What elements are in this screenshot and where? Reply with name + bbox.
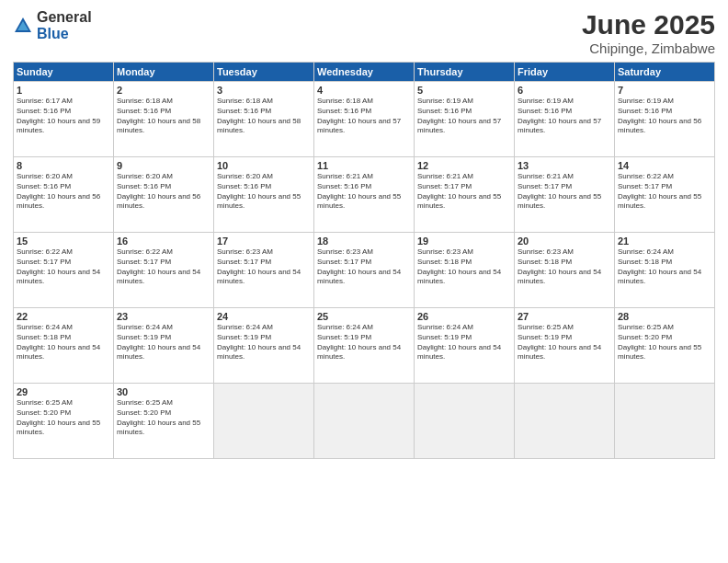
calendar-cell: 3 Sunrise: 6:18 AMSunset: 5:16 PMDayligh… (214, 82, 314, 157)
day-number: 17 (217, 236, 311, 247)
col-wednesday: Wednesday (314, 63, 415, 82)
logo-text: General Blue (37, 9, 92, 42)
day-info: Sunrise: 6:17 AMSunset: 5:16 PMDaylight:… (17, 97, 110, 136)
day-info: Sunrise: 6:25 AMSunset: 5:20 PMDaylight:… (17, 398, 110, 438)
table-row: 29 Sunrise: 6:25 AMSunset: 5:20 PMDaylig… (14, 384, 715, 459)
day-info: Sunrise: 6:24 AMSunset: 5:19 PMDaylight:… (217, 323, 311, 362)
col-sunday: Sunday (14, 63, 114, 82)
day-info: Sunrise: 6:18 AMSunset: 5:16 PMDaylight:… (317, 97, 411, 136)
day-info: Sunrise: 6:19 AMSunset: 5:16 PMDaylight:… (518, 97, 611, 136)
calendar-cell: 7 Sunrise: 6:19 AMSunset: 5:16 PMDayligh… (615, 82, 715, 157)
day-number: 21 (618, 236, 711, 247)
calendar-cell: 2 Sunrise: 6:18 AMSunset: 5:16 PMDayligh… (114, 82, 214, 157)
day-info: Sunrise: 6:20 AMSunset: 5:16 PMDaylight:… (117, 172, 210, 212)
day-info: Sunrise: 6:22 AMSunset: 5:17 PMDaylight:… (17, 247, 110, 287)
calendar-body: 1 Sunrise: 6:17 AMSunset: 5:16 PMDayligh… (14, 82, 715, 459)
day-number: 9 (117, 160, 210, 171)
location-title: Chipinge, Zimbabwe (582, 40, 715, 56)
logo-icon (13, 16, 33, 36)
day-info: Sunrise: 6:22 AMSunset: 5:17 PMDaylight:… (618, 172, 711, 212)
day-number: 28 (618, 311, 711, 322)
day-info: Sunrise: 6:22 AMSunset: 5:17 PMDaylight:… (117, 247, 210, 287)
logo: General Blue (13, 9, 92, 42)
table-row: 15 Sunrise: 6:22 AMSunset: 5:17 PMDaylig… (14, 233, 715, 308)
table-row: 22 Sunrise: 6:24 AMSunset: 5:18 PMDaylig… (14, 308, 715, 384)
day-number: 2 (117, 85, 210, 96)
day-number: 10 (217, 160, 311, 171)
day-number: 6 (518, 85, 611, 96)
day-number: 22 (17, 311, 110, 322)
day-info: Sunrise: 6:18 AMSunset: 5:16 PMDaylight:… (117, 97, 210, 136)
day-info: Sunrise: 6:23 AMSunset: 5:17 PMDaylight:… (317, 247, 411, 287)
calendar-cell: 11 Sunrise: 6:21 AMSunset: 5:16 PMDaylig… (314, 157, 415, 233)
page: General Blue June 2025 Chipinge, Zimbabw… (0, 0, 728, 563)
month-title: June 2025 (582, 9, 715, 40)
day-info: Sunrise: 6:24 AMSunset: 5:18 PMDaylight:… (17, 323, 110, 362)
day-info: Sunrise: 6:21 AMSunset: 5:17 PMDaylight:… (518, 172, 611, 212)
calendar-cell: 13 Sunrise: 6:21 AMSunset: 5:17 PMDaylig… (515, 157, 615, 233)
header: General Blue June 2025 Chipinge, Zimbabw… (13, 9, 715, 56)
day-number: 4 (317, 85, 411, 96)
day-info: Sunrise: 6:19 AMSunset: 5:16 PMDaylight:… (618, 97, 711, 136)
calendar-cell: 4 Sunrise: 6:18 AMSunset: 5:16 PMDayligh… (314, 82, 415, 157)
calendar-cell: 20 Sunrise: 6:23 AMSunset: 5:18 PMDaylig… (515, 233, 615, 308)
day-number: 14 (618, 160, 711, 171)
day-number: 13 (518, 160, 611, 171)
day-number: 7 (618, 85, 711, 96)
day-number: 29 (17, 386, 110, 397)
calendar-cell: 18 Sunrise: 6:23 AMSunset: 5:17 PMDaylig… (314, 233, 415, 308)
calendar-cell: 17 Sunrise: 6:23 AMSunset: 5:17 PMDaylig… (214, 233, 314, 308)
logo-general: General (37, 9, 92, 25)
day-number: 26 (417, 311, 511, 322)
calendar-cell: 21 Sunrise: 6:24 AMSunset: 5:18 PMDaylig… (615, 233, 715, 308)
day-info: Sunrise: 6:25 AMSunset: 5:20 PMDaylight:… (117, 398, 210, 438)
day-number: 12 (417, 160, 511, 171)
calendar-cell: 10 Sunrise: 6:20 AMSunset: 5:16 PMDaylig… (214, 157, 314, 233)
day-info: Sunrise: 6:24 AMSunset: 5:18 PMDaylight:… (618, 247, 711, 287)
calendar-cell (314, 384, 415, 459)
day-info: Sunrise: 6:24 AMSunset: 5:19 PMDaylight:… (117, 323, 210, 362)
day-info: Sunrise: 6:23 AMSunset: 5:18 PMDaylight:… (518, 247, 611, 287)
calendar-cell: 8 Sunrise: 6:20 AMSunset: 5:16 PMDayligh… (14, 157, 114, 233)
calendar-cell: 5 Sunrise: 6:19 AMSunset: 5:16 PMDayligh… (415, 82, 515, 157)
day-info: Sunrise: 6:25 AMSunset: 5:19 PMDaylight:… (518, 323, 611, 362)
day-number: 30 (117, 386, 210, 397)
calendar-cell: 23 Sunrise: 6:24 AMSunset: 5:19 PMDaylig… (114, 308, 214, 384)
calendar-cell: 30 Sunrise: 6:25 AMSunset: 5:20 PMDaylig… (114, 384, 214, 459)
day-number: 15 (17, 236, 110, 247)
day-info: Sunrise: 6:21 AMSunset: 5:16 PMDaylight:… (317, 172, 411, 212)
col-tuesday: Tuesday (214, 63, 314, 82)
day-number: 3 (217, 85, 311, 96)
table-row: 8 Sunrise: 6:20 AMSunset: 5:16 PMDayligh… (14, 157, 715, 233)
calendar-cell: 27 Sunrise: 6:25 AMSunset: 5:19 PMDaylig… (515, 308, 615, 384)
calendar-cell: 26 Sunrise: 6:24 AMSunset: 5:19 PMDaylig… (415, 308, 515, 384)
calendar-cell: 28 Sunrise: 6:25 AMSunset: 5:20 PMDaylig… (615, 308, 715, 384)
calendar-cell: 25 Sunrise: 6:24 AMSunset: 5:19 PMDaylig… (314, 308, 415, 384)
day-number: 16 (117, 236, 210, 247)
day-info: Sunrise: 6:20 AMSunset: 5:16 PMDaylight:… (217, 172, 311, 212)
calendar-cell (515, 384, 615, 459)
calendar: Sunday Monday Tuesday Wednesday Thursday… (13, 62, 715, 459)
logo-blue: Blue (37, 26, 69, 41)
day-info: Sunrise: 6:24 AMSunset: 5:19 PMDaylight:… (417, 323, 511, 362)
calendar-cell (415, 384, 515, 459)
day-number: 8 (17, 160, 110, 171)
day-info: Sunrise: 6:20 AMSunset: 5:16 PMDaylight:… (17, 172, 110, 212)
day-info: Sunrise: 6:21 AMSunset: 5:17 PMDaylight:… (417, 172, 511, 212)
day-number: 23 (117, 311, 210, 322)
calendar-cell: 9 Sunrise: 6:20 AMSunset: 5:16 PMDayligh… (114, 157, 214, 233)
day-number: 1 (17, 85, 110, 96)
calendar-cell: 29 Sunrise: 6:25 AMSunset: 5:20 PMDaylig… (14, 384, 114, 459)
day-number: 11 (317, 160, 411, 171)
day-info: Sunrise: 6:23 AMSunset: 5:17 PMDaylight:… (217, 247, 311, 287)
day-number: 5 (417, 85, 511, 96)
calendar-header-row: Sunday Monday Tuesday Wednesday Thursday… (14, 63, 715, 82)
day-info: Sunrise: 6:19 AMSunset: 5:16 PMDaylight:… (417, 97, 511, 136)
day-info: Sunrise: 6:24 AMSunset: 5:19 PMDaylight:… (317, 323, 411, 362)
day-info: Sunrise: 6:23 AMSunset: 5:18 PMDaylight:… (417, 247, 511, 287)
day-number: 27 (518, 311, 611, 322)
col-friday: Friday (515, 63, 615, 82)
calendar-cell (214, 384, 314, 459)
title-area: June 2025 Chipinge, Zimbabwe (582, 9, 715, 56)
calendar-cell: 12 Sunrise: 6:21 AMSunset: 5:17 PMDaylig… (415, 157, 515, 233)
